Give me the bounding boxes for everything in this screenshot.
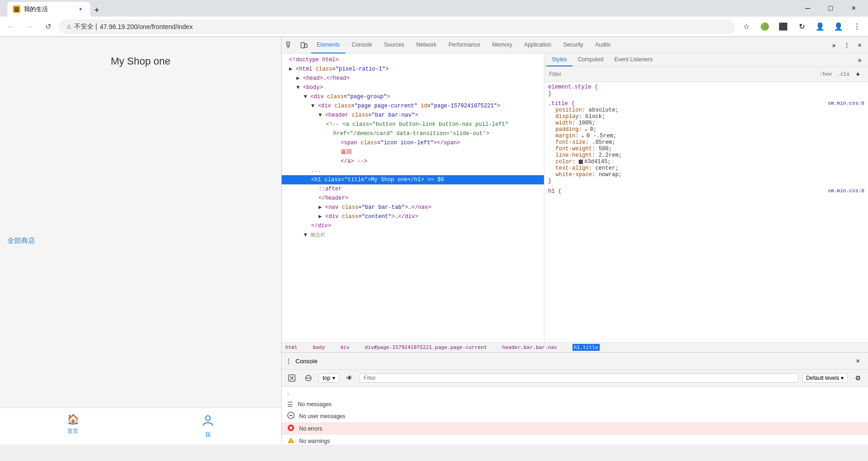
console-item-warnings[interactable]: ! No warnings <box>282 435 868 444</box>
url-bar[interactable]: ⚠ 不安全 | 47.96.19.200/one/frontend/index <box>59 19 735 34</box>
console-stop-button[interactable] <box>302 372 315 384</box>
extension1-button[interactable]: 🟢 <box>757 19 772 34</box>
devtools-more-tabs: » ⋮ × <box>827 39 866 52</box>
prop-width: width: 100%; <box>555 120 864 126</box>
color-swatch[interactable] <box>579 160 583 164</box>
console-clear-button[interactable] <box>285 372 298 384</box>
maximize-button[interactable]: □ <box>820 1 841 15</box>
dom-breadcrumb: html body div div#page-1579241075221.pag… <box>282 342 868 352</box>
devtools-tab-network[interactable]: Network <box>411 37 442 53</box>
dom-line-h1[interactable]: <h1 class="title">My Shop one</h1> == $0 <box>282 175 544 184</box>
nav-profile[interactable]: 我 <box>201 414 214 439</box>
devtools-inspect-button[interactable] <box>283 39 296 52</box>
console-eye-button[interactable]: 👁 <box>343 372 356 384</box>
extension2-button[interactable]: ⬛ <box>776 19 791 34</box>
add-style-button[interactable]: + <box>851 68 864 81</box>
console-context-select[interactable]: top ▾ <box>319 373 339 383</box>
nav-home[interactable]: 🏠 首页 <box>67 414 79 439</box>
dom-line-text[interactable]: 返回 <box>282 148 544 157</box>
prop-font-weight: font-weight: 500; <box>555 146 864 152</box>
security-icon: ⚠ <box>66 24 71 30</box>
warnings-icon: ! <box>287 437 295 444</box>
devtools-tab-audits[interactable]: Audits <box>590 37 616 53</box>
devtools-tab-sources[interactable]: Sources <box>378 37 410 53</box>
title-selector: .title { <box>548 100 575 107</box>
bookmark-button[interactable]: ☆ <box>739 19 754 34</box>
dom-line-dots[interactable]: ... <box>282 166 544 175</box>
new-tab-button[interactable]: + <box>90 4 103 17</box>
dom-line-after[interactable]: ::after <box>282 184 544 194</box>
extension4-button[interactable]: 👤 <box>813 19 827 34</box>
dom-line-head[interactable]: ▶ <head>…</head> <box>282 74 544 83</box>
back-button[interactable]: ← <box>4 19 18 34</box>
console-menu-icon[interactable]: ⋮ <box>285 357 292 365</box>
prop-text-align: text-align: center; <box>555 165 864 171</box>
close-button[interactable]: × <box>843 1 864 15</box>
element-style-block: element.style { } <box>548 84 864 97</box>
dom-line-nav[interactable]: ▶ <nav class="bar bar-tab">…</nav> <box>282 203 544 212</box>
styles-tab-styles[interactable]: Styles <box>546 53 573 66</box>
svg-rect-1 <box>287 42 289 45</box>
console-item-user-messages[interactable]: No user messages <box>282 410 868 422</box>
title-bar: 🖼 我的生活 × + ─ □ × <box>0 0 868 17</box>
dom-line-span[interactable]: <span class="icon icon-left"></span> <box>282 138 544 148</box>
console-prompt: › <box>282 389 868 399</box>
devtools-tab-console[interactable]: Console <box>346 37 378 53</box>
console-levels-dropdown[interactable]: Default levels ▾ <box>802 373 848 383</box>
styles-tab-computed[interactable]: Computed <box>573 53 609 66</box>
h1-source[interactable]: sm.min.css:6 <box>828 188 864 194</box>
tab-close-button[interactable]: × <box>77 5 85 13</box>
styles-tab-event-listeners[interactable]: Event Listeners <box>609 53 658 66</box>
minimize-button[interactable]: ─ <box>797 1 818 15</box>
styles-toolbar: Styles Computed Event Listeners » <box>544 53 868 67</box>
dom-line-page-group[interactable]: ▼ <div class="page-group"> <box>282 92 544 101</box>
console-close-button[interactable]: × <box>851 355 864 367</box>
devtools-tab-memory[interactable]: Memory <box>487 37 518 53</box>
dom-line-close-div[interactable]: </div> <box>282 221 544 230</box>
cls-option[interactable]: .cls <box>838 71 850 77</box>
title-close-brace: } <box>548 178 551 184</box>
bottom-navigation: 🏠 首页 我 <box>0 408 281 444</box>
sidebar-all-shops[interactable]: 全部商店 <box>7 236 35 244</box>
devtools-tab-elements[interactable]: Elements <box>311 37 345 53</box>
title-source[interactable]: sm.min.css:6 <box>828 100 864 106</box>
extension3-button[interactable]: ↻ <box>794 19 809 34</box>
dom-line-close-a[interactable]: </a> --> <box>282 157 544 166</box>
devtools-tab-performance[interactable]: Performance <box>443 37 486 53</box>
dom-line-comment2[interactable]: href="/demos/card" data-transition='slid… <box>282 129 544 138</box>
avatar-button[interactable]: 👤 <box>831 19 846 34</box>
devtools-tab-security[interactable]: Security <box>558 37 589 53</box>
messages-icon: ☰ <box>287 401 293 408</box>
refresh-button[interactable]: ↺ <box>41 19 55 34</box>
forward-button[interactable]: → <box>22 19 37 34</box>
styles-filter-input[interactable] <box>548 70 816 78</box>
url-text: 47.96.19.200/one/frontend/index <box>100 23 193 30</box>
dom-line-page[interactable]: ▼ <div class="page page-current" id="pag… <box>282 101 544 111</box>
hov-option[interactable]: :hov <box>820 71 832 77</box>
devtools-tab-application[interactable]: Application <box>519 37 557 53</box>
home-icon: 🏠 <box>67 414 79 426</box>
dom-line-comment1[interactable]: <!-- <a class="button button-link button… <box>282 120 544 129</box>
dom-line-html[interactable]: ▶ <html class="pixel-ratio-1"> <box>282 65 544 74</box>
console-settings-button[interactable]: ⚙ <box>851 372 864 384</box>
webpage: My Shop one 全部商店 🏠 首页 我 <box>0 37 281 444</box>
console-no-warnings: No warnings <box>299 438 330 444</box>
menu-button[interactable]: ⋮ <box>850 19 864 34</box>
console-no-messages: No messages <box>298 401 331 408</box>
console-item-messages[interactable]: ☰ No messages <box>282 399 868 410</box>
devtools-menu-button[interactable]: ⋮ <box>840 39 853 52</box>
dom-line-content[interactable]: ▶ <div class="content">…</div> <box>282 212 544 221</box>
console-item-errors[interactable]: No errors <box>282 422 868 435</box>
dom-line-sidebar[interactable]: ▼ 侧边栏 <box>282 230 544 240</box>
h1-selector: h1 { <box>548 188 561 195</box>
dom-line-doctype[interactable]: <!doctype html> <box>282 55 544 65</box>
tab-bar: 🖼 我的生活 × + <box>4 0 797 17</box>
dom-line-header[interactable]: ▼ <header class="bar bar-nav"> <box>282 111 544 120</box>
dom-line-close-header[interactable]: </header> <box>282 194 544 203</box>
active-tab[interactable]: 🖼 我的生活 × <box>7 2 90 17</box>
devtools-device-button[interactable] <box>297 39 310 52</box>
console-filter-input[interactable] <box>360 373 798 383</box>
dom-line-body[interactable]: ▼ <body> <box>282 83 544 92</box>
page-header: My Shop one <box>0 37 281 77</box>
devtools-more-button[interactable]: » <box>827 39 840 52</box>
